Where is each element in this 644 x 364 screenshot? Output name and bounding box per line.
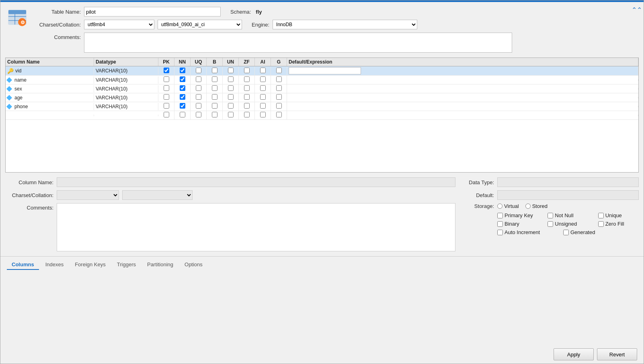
g-checkbox[interactable] bbox=[276, 68, 282, 73]
table-row-empty[interactable] bbox=[6, 111, 638, 120]
collapse-button[interactable]: ⌃⌃ bbox=[632, 5, 640, 14]
checkbox-not-null-label[interactable]: Not Null bbox=[548, 212, 588, 218]
detail-panel: Column Name: Charset/Collation: Comments… bbox=[5, 177, 639, 251]
checkbox-binary-text: Binary bbox=[505, 221, 519, 227]
col-header-un: UN bbox=[223, 58, 239, 66]
col-header-datatype: Datatype bbox=[94, 58, 158, 66]
tab-foreign-keys[interactable]: Foreign Keys bbox=[70, 260, 111, 270]
table-row[interactable]: phone VARCHAR(10) bbox=[6, 102, 638, 111]
row-col-b[interactable] bbox=[207, 67, 223, 75]
detail-data-type-input[interactable] bbox=[497, 177, 639, 187]
header-area: ⚙ Table Name: Schema: fly Charset/Collat… bbox=[0, 2, 644, 56]
key-icon: 🔑 bbox=[7, 68, 14, 74]
comments-row: Comments: bbox=[33, 33, 637, 53]
diamond-icon bbox=[6, 103, 12, 109]
detail-default-row: Default: bbox=[462, 190, 639, 200]
detail-default-label: Default: bbox=[462, 192, 494, 198]
checkbox-generated[interactable] bbox=[563, 230, 569, 235]
revert-button[interactable]: Revert bbox=[597, 348, 637, 360]
schema-value: fly bbox=[256, 9, 262, 15]
checkbox-zero-fill[interactable] bbox=[598, 221, 604, 227]
tab-options[interactable]: Options bbox=[180, 260, 207, 270]
b-checkbox[interactable] bbox=[212, 68, 217, 73]
row-col-pk[interactable] bbox=[158, 67, 174, 75]
uq-checkbox[interactable] bbox=[196, 68, 201, 73]
detail-charset-label: Charset/Collation: bbox=[5, 192, 53, 198]
collation-select[interactable]: utf8mb4_0900_ai_ci bbox=[158, 20, 242, 29]
radio-virtual-text: Virtual bbox=[504, 203, 519, 209]
table-row[interactable]: sex VARCHAR(10) bbox=[6, 84, 638, 93]
tab-indexes[interactable]: Indexes bbox=[41, 260, 69, 270]
charset-row: Charset/Collation: utf8mb4 utf8mb4_0900_… bbox=[33, 20, 637, 29]
detail-collation-select[interactable] bbox=[122, 190, 193, 200]
row-col-un[interactable] bbox=[223, 67, 239, 75]
checkbox-binary[interactable] bbox=[497, 221, 503, 227]
checkbox-unsigned-text: Unsigned bbox=[555, 221, 577, 227]
checkbox-auto-increment-label[interactable]: Auto Increment bbox=[497, 229, 554, 235]
tab-triggers[interactable]: Triggers bbox=[112, 260, 141, 270]
checkbox-primary-key-label[interactable]: Primary Key bbox=[497, 212, 538, 218]
charset-select[interactable]: utf8mb4 bbox=[84, 20, 154, 29]
row-col-g[interactable] bbox=[271, 67, 287, 75]
checkbox-unique-text: Unique bbox=[605, 212, 622, 218]
table-row[interactable]: name VARCHAR(10) bbox=[6, 76, 638, 84]
checkbox-generated-label[interactable]: Generated bbox=[563, 229, 619, 235]
detail-data-type-label: Data Type: bbox=[462, 179, 494, 185]
checkbox-unique-label[interactable]: Unique bbox=[598, 212, 639, 218]
tab-partitioning[interactable]: Partitioning bbox=[142, 260, 178, 270]
diamond-icon bbox=[6, 77, 12, 82]
engine-select[interactable]: InnoDB bbox=[273, 20, 417, 29]
radio-stored-text: Stored bbox=[532, 203, 548, 209]
detail-charset-row: Charset/Collation: bbox=[5, 190, 455, 200]
tab-columns[interactable]: Columns bbox=[7, 260, 39, 270]
storage-radio-group: Virtual Stored bbox=[497, 203, 548, 209]
col-header-uq: UQ bbox=[191, 58, 207, 66]
detail-comments-textarea[interactable] bbox=[57, 203, 455, 251]
radio-virtual[interactable] bbox=[497, 204, 502, 209]
checkbox-row-1: Primary Key Not Null Unique bbox=[497, 212, 639, 218]
zf-checkbox[interactable] bbox=[244, 68, 250, 73]
radio-virtual-label[interactable]: Virtual bbox=[497, 203, 519, 209]
comments-label: Comments: bbox=[33, 33, 81, 40]
un-checkbox[interactable] bbox=[228, 68, 234, 73]
detail-default-input[interactable] bbox=[497, 190, 639, 200]
row-col-uq[interactable] bbox=[191, 67, 207, 75]
nn-checkbox[interactable] bbox=[180, 68, 185, 73]
detail-right-panel: Data Type: Default: Storage: Virtual Sto… bbox=[462, 177, 639, 251]
checkbox-auto-increment[interactable] bbox=[497, 230, 503, 235]
col-header-pk: PK bbox=[158, 58, 174, 66]
radio-stored[interactable] bbox=[525, 204, 531, 209]
pk-checkbox[interactable] bbox=[164, 76, 169, 82]
ai-checkbox[interactable] bbox=[260, 68, 266, 73]
checkbox-unique[interactable] bbox=[598, 213, 604, 218]
checkbox-binary-label[interactable]: Binary bbox=[497, 221, 538, 227]
checkbox-zero-fill-label[interactable]: Zero Fill bbox=[598, 221, 639, 227]
row-col-ai[interactable] bbox=[255, 67, 271, 75]
pk-checkbox[interactable] bbox=[164, 68, 169, 73]
table-row[interactable]: age VARCHAR(10) bbox=[6, 93, 638, 102]
def-input[interactable] bbox=[289, 67, 361, 74]
radio-stored-label[interactable]: Stored bbox=[525, 203, 548, 209]
checkbox-zero-fill-text: Zero Fill bbox=[605, 221, 624, 227]
row-col-zf[interactable] bbox=[239, 67, 255, 75]
detail-comments-label: Comments: bbox=[5, 203, 53, 211]
apply-button[interactable]: Apply bbox=[554, 348, 594, 360]
row-col-name: name bbox=[6, 76, 94, 84]
row-col-nn[interactable] bbox=[174, 67, 191, 75]
col-header-g: G bbox=[271, 58, 287, 66]
col-header-nn: NN bbox=[174, 58, 191, 66]
detail-col-name-input[interactable] bbox=[57, 177, 455, 187]
table-row[interactable]: 🔑 vid VARCHAR(10) bbox=[6, 66, 638, 76]
row-col-def[interactable] bbox=[287, 66, 638, 75]
comments-textarea[interactable] bbox=[84, 33, 512, 53]
col-header-default: Default/Expression bbox=[287, 58, 638, 66]
table-name-input[interactable] bbox=[84, 7, 221, 16]
checkbox-not-null[interactable] bbox=[548, 213, 553, 218]
checkbox-unsigned[interactable] bbox=[548, 221, 553, 227]
checkbox-unsigned-label[interactable]: Unsigned bbox=[548, 221, 588, 227]
detail-storage-label: Storage: bbox=[462, 203, 494, 209]
nn-checkbox[interactable] bbox=[180, 76, 185, 82]
detail-charset-select[interactable] bbox=[57, 190, 119, 200]
empty-rows bbox=[6, 120, 638, 172]
checkbox-primary-key[interactable] bbox=[497, 213, 503, 218]
